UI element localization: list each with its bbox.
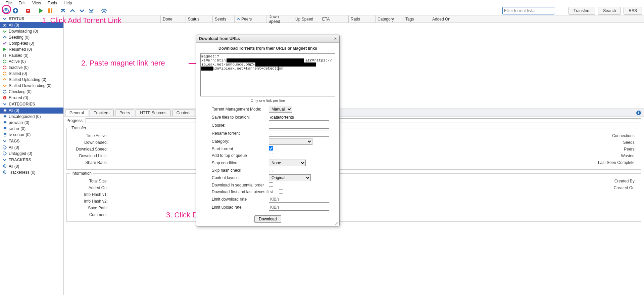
sidebar-status-item[interactable]: Completed (0) <box>0 40 63 46</box>
col-tags[interactable]: Tags <box>403 15 430 23</box>
redacted-3 <box>201 67 213 71</box>
sidebar-status-item[interactable]: All (0) <box>0 22 63 28</box>
sidebar-category-item[interactable]: prowlarr (0) <box>0 120 63 126</box>
input-rename[interactable] <box>269 130 329 137</box>
menu-view[interactable]: View <box>29 0 44 6</box>
select-category[interactable] <box>269 138 312 145</box>
list-icon <box>3 127 7 131</box>
col-status[interactable]: Status <box>186 15 213 23</box>
plus-icon <box>12 8 18 14</box>
sidebar-status-item[interactable]: Checking (0) <box>0 89 63 95</box>
sidebar-status-item[interactable]: Downloading (0) <box>0 28 63 34</box>
svg-point-14 <box>4 172 5 173</box>
sidebar-status-item[interactable]: Stalled Downloading (0) <box>0 83 63 89</box>
sidebar-status-item[interactable]: !Errored (0) <box>0 95 63 101</box>
col-category[interactable]: Category <box>376 15 403 23</box>
dialog-titlebar[interactable]: Download from URLs × <box>196 35 339 43</box>
label-skip-hash: Skip hash check <box>212 168 269 173</box>
filter-torrents-input[interactable] <box>504 8 554 13</box>
sidebar-section-header[interactable]: CATEGORIES <box>0 101 63 108</box>
progress-row: Progress: <box>64 117 644 124</box>
col-down-speed[interactable]: Down Speed <box>266 15 293 23</box>
sidebar-status-item[interactable]: Stalled Uploading (0) <box>0 77 63 83</box>
sidebar-item-label: Seeding (0) <box>9 35 30 40</box>
col-seeds[interactable]: Seeds <box>213 15 235 23</box>
col-up-speed[interactable]: Up Speed <box>293 15 320 23</box>
menu-file[interactable]: File <box>2 0 15 6</box>
pause-button[interactable] <box>46 7 54 15</box>
menu-help[interactable]: Help <box>60 0 76 6</box>
col-done[interactable]: Done <box>161 15 186 23</box>
move-up-button[interactable] <box>68 7 77 15</box>
label-add-top: Add to top of queue <box>212 153 269 158</box>
checkbox-skip-hash[interactable] <box>269 168 273 172</box>
input-ul-rate[interactable] <box>269 204 329 211</box>
checkbox-start-torrent[interactable] <box>269 146 273 151</box>
sidebar-tracker-item[interactable]: Trackerless (0) <box>0 169 63 175</box>
dialog-close-button[interactable]: × <box>334 36 337 41</box>
sidebar-category-item[interactable]: radarr (0) <box>0 126 63 132</box>
sidebar-section-label: CATEGORIES <box>9 102 35 107</box>
sidebar-status-item[interactable]: Inactive (0) <box>0 65 63 71</box>
detail-tab-content[interactable]: Content <box>172 110 195 116</box>
filter-torrents-input-wrap[interactable] <box>502 7 554 14</box>
sidebar-category-item[interactable]: tv-sonarr (0) <box>0 132 63 138</box>
add-file-button[interactable] <box>11 7 19 15</box>
check-icon <box>3 41 7 45</box>
sidebar-tracker-item[interactable]: All (0) <box>0 163 63 169</box>
dialog-resize-handle[interactable] <box>334 221 339 225</box>
checkbox-sequential[interactable] <box>269 182 273 187</box>
col-name[interactable] <box>64 15 161 23</box>
move-bottom-button[interactable] <box>87 7 95 15</box>
sidebar-status-item[interactable]: Seeding (0) <box>0 34 63 40</box>
sidebar-tag-item[interactable]: Untagged (0) <box>0 151 63 157</box>
add-link-button[interactable] <box>2 7 10 15</box>
settings-button[interactable] <box>100 7 108 15</box>
input-save-location[interactable] <box>269 114 329 121</box>
input-dl-rate[interactable] <box>269 196 329 203</box>
checkbox-first-last[interactable] <box>279 189 283 194</box>
detail-tab-trackers[interactable]: Trackers <box>90 110 114 116</box>
move-top-button[interactable] <box>59 7 67 15</box>
detail-tab-general[interactable]: General <box>65 110 88 116</box>
menu-tools[interactable]: Tools <box>44 0 60 6</box>
sidebar-category-item[interactable]: All (0) <box>0 108 63 114</box>
svg-rect-8 <box>5 54 6 57</box>
sidebar-item-label: prowlarr (0) <box>9 120 29 125</box>
sidebar-section-header[interactable]: STATUS <box>0 15 63 22</box>
sidebar-section-header[interactable]: TAGS <box>0 138 63 144</box>
resume-button[interactable] <box>37 7 45 15</box>
select-content-layout[interactable]: Original <box>269 174 311 181</box>
sidebar-tag-item[interactable]: All (0) <box>0 144 63 151</box>
label-rename: Rename torrent <box>212 131 269 136</box>
sidebar-item-label: Paused (0) <box>9 53 29 58</box>
sidebar-category-item[interactable]: Uncategorized (0) <box>0 114 63 120</box>
sidebar-status-item[interactable]: Resumed (0) <box>0 46 63 52</box>
select-stop-condition[interactable]: None <box>269 160 306 166</box>
col-ratio[interactable]: Ratio <box>349 15 376 23</box>
tab-rss[interactable]: RSS <box>624 7 642 15</box>
tab-search[interactable]: Search <box>598 7 621 15</box>
download-button[interactable]: Download <box>254 215 281 223</box>
select-mgmt-mode[interactable]: Manual <box>269 106 292 113</box>
detail-tab-peers[interactable]: Peers <box>115 110 134 116</box>
col-eta[interactable]: ETA <box>320 15 349 23</box>
svg-point-13 <box>4 166 5 167</box>
move-down-button[interactable] <box>78 7 86 15</box>
menu-edit[interactable]: Edit <box>15 0 29 6</box>
info-icon[interactable]: i <box>636 110 641 116</box>
sidebar-section-header[interactable]: TRACKERS <box>0 157 63 163</box>
delete-button[interactable] <box>24 7 32 15</box>
col-peers[interactable]: Peers <box>235 15 266 23</box>
sidebar-status-item[interactable]: Paused (0) <box>0 52 63 58</box>
input-cookie[interactable] <box>269 122 329 129</box>
sidebar-status-item[interactable]: Stalled (0) <box>0 71 63 77</box>
sidebar-item-label: Stalled Downloading (0) <box>9 83 51 88</box>
col-added-on[interactable]: Added On <box>430 15 644 23</box>
checkbox-add-top[interactable] <box>269 153 273 157</box>
detail-tab-http[interactable]: HTTP Sources <box>136 110 170 116</box>
tab-transfers[interactable]: Transfers <box>568 7 595 15</box>
down-icon <box>3 84 7 88</box>
sidebar-status-item[interactable]: Active (0) <box>0 58 63 65</box>
label-added-on: Added On: <box>70 185 110 190</box>
